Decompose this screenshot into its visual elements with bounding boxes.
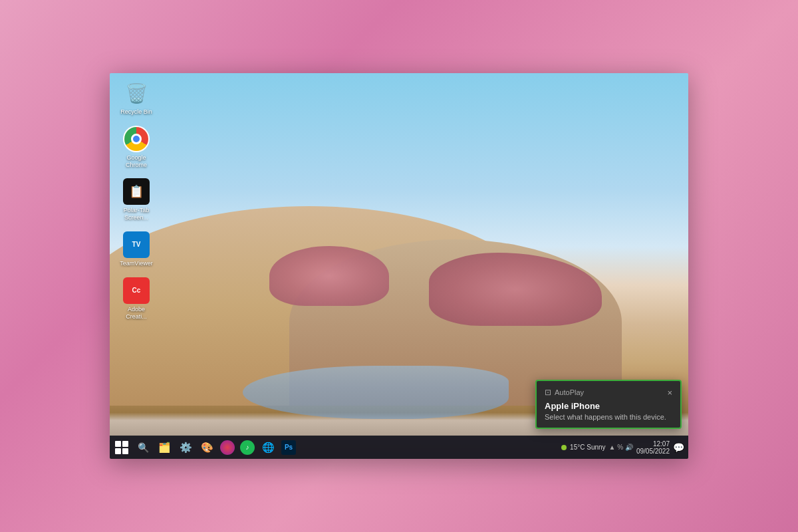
taskbar-tray: 15°C Sunny ▲ % 🔊 12:07 09/05/2022 💬 [561, 440, 684, 455]
clock-date: 09/05/2022 [636, 448, 670, 455]
desktop-icon-chrome[interactable]: Google Chrome [116, 126, 156, 169]
taskbar-app5-button[interactable] [220, 440, 235, 455]
clock-area[interactable]: 12:07 09/05/2022 [636, 440, 670, 455]
desktop-icon-adobe-cc[interactable]: Cc Adobe Creati... [116, 277, 156, 321]
notification-header: ⊡ AutoPlay × [545, 388, 672, 397]
windows-icon [115, 441, 128, 454]
notification-center-button[interactable]: 💬 [673, 442, 684, 453]
autoplay-icon: ⊡ [545, 388, 551, 397]
notification-app-name: AutoPlay [555, 388, 584, 396]
desktop-icon-teamviewer[interactable]: TV TeamViewer [116, 231, 156, 267]
taskbar-file-explorer-button[interactable]: 🗂️ [156, 440, 172, 456]
tray-icons: ▲ % 🔊 [609, 444, 633, 451]
autoplay-notification[interactable]: ⊡ AutoPlay × Apple iPhone Select what ha… [535, 380, 682, 429]
teamviewer-label: TeamViewer [120, 260, 152, 267]
desktop-icons-area: 🗑️ Recycle Bin Google Chrome 📋 Polar-Tab… [116, 80, 156, 320]
notepad-label: Polar-Tab Screen... [116, 207, 156, 221]
notification-device-name: Apple iPhone [545, 401, 672, 411]
desktop-window: 🗑️ Recycle Bin Google Chrome 📋 Polar-Tab… [110, 73, 688, 459]
water-lake [243, 366, 509, 419]
clock-time: 12:07 [653, 440, 670, 448]
taskbar-photoshop-button[interactable]: Ps [281, 440, 296, 455]
recycle-bin-label: Recycle Bin [120, 108, 152, 116]
chrome-label: Google Chrome [116, 154, 156, 169]
adobe-cc-label: Adobe Creati... [116, 306, 156, 321]
adobe-cc-icon: Cc [123, 277, 150, 304]
wifi-status-dot [561, 445, 567, 450]
taskbar-search-button[interactable]: 🔍 [135, 440, 151, 456]
taskbar: 🔍 🗂️ ⚙️ 🎨 ♪ 🌐 Ps 15°C Sunny ▲ % 🔊 12:07 … [110, 436, 688, 459]
chrome-icon [123, 126, 150, 152]
teamviewer-icon: TV [123, 231, 150, 258]
taskbar-spotify-button[interactable]: ♪ [240, 440, 255, 455]
desktop-icon-notepad[interactable]: 📋 Polar-Tab Screen... [116, 178, 156, 221]
notification-title-row: ⊡ AutoPlay [545, 388, 584, 397]
desktop-icon-recycle-bin[interactable]: 🗑️ Recycle Bin [116, 80, 156, 116]
start-button[interactable] [114, 440, 130, 456]
taskbar-color-app-button[interactable]: 🎨 [199, 440, 215, 456]
notification-close-button[interactable]: × [667, 388, 672, 397]
notepad-icon: 📋 [123, 178, 150, 205]
taskbar-settings-button[interactable]: ⚙️ [178, 440, 194, 456]
tree-cluster-left [269, 246, 389, 306]
taskbar-left: 🔍 🗂️ ⚙️ 🎨 ♪ 🌐 Ps [114, 440, 561, 456]
weather-temp: 15°C Sunny [570, 444, 605, 451]
notification-message: Select what happens with this device. [545, 413, 672, 421]
taskbar-browser-button[interactable]: 🌐 [260, 440, 276, 456]
recycle-bin-icon: 🗑️ [123, 80, 150, 106]
